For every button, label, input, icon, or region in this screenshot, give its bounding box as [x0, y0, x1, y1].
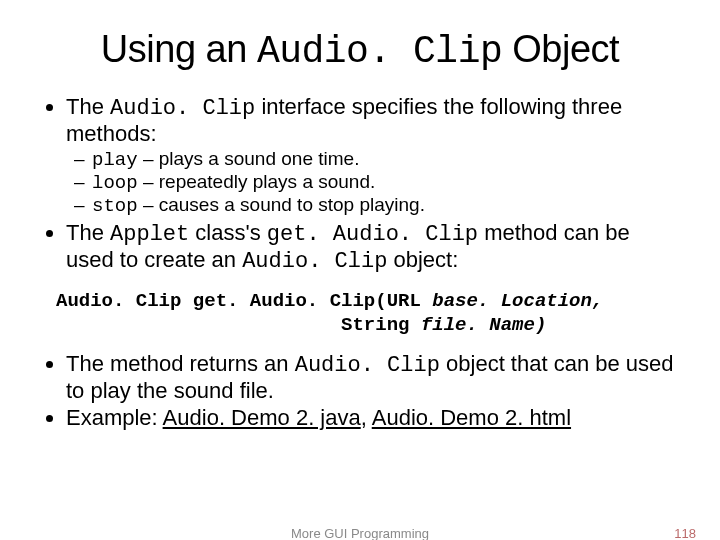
title-pre: Using an: [101, 28, 257, 70]
bullet-list: The Audio. Clip interface specifies the …: [40, 95, 680, 275]
bullet-3: The method returns an Audio. Clip object…: [66, 352, 680, 403]
method-signature: Audio. Clip get. Audio. Clip(URL base. L…: [56, 289, 680, 338]
title-code: Audio. Clip: [257, 30, 502, 73]
stop-code: stop: [92, 195, 138, 217]
method-loop: loop – repeatedly plays a sound.: [92, 171, 680, 194]
bullet-1: The Audio. Clip interface specifies the …: [66, 95, 680, 217]
b4-pre: Example:: [66, 405, 163, 430]
method-play: play – plays a sound one time.: [92, 148, 680, 171]
slide: Using an Audio. Clip Object The Audio. C…: [0, 0, 720, 540]
footer-text: More GUI Programming: [0, 526, 720, 540]
stop-desc: – causes a sound to stop playing.: [138, 194, 425, 215]
b4-sep: ,: [361, 405, 372, 430]
loop-code: loop: [92, 172, 138, 194]
loop-desc: – repeatedly plays a sound.: [138, 171, 376, 192]
method-stop: stop – causes a sound to stop playing.: [92, 194, 680, 217]
sig-l2b: file. Name): [421, 314, 546, 336]
b1-code: Audio. Clip: [110, 96, 255, 121]
method-list: play – plays a sound one time. loop – re…: [66, 148, 680, 217]
b2-code3: Audio. Clip: [242, 249, 387, 274]
page-title: Using an Audio. Clip Object: [40, 28, 680, 73]
b3-pre: The method returns an: [66, 351, 295, 376]
play-code: play: [92, 149, 138, 171]
bullet-2: The Applet class's get. Audio. Clip meth…: [66, 221, 680, 274]
bullet-4: Example: Audio. Demo 2. java, Audio. Dem…: [66, 406, 680, 431]
play-desc: – plays a sound one time.: [138, 148, 360, 169]
page-number: 118: [674, 526, 696, 540]
sig-l2a: String: [341, 314, 421, 336]
example-link-html[interactable]: Audio. Demo 2. html: [372, 405, 571, 430]
b2-mid1: class's: [189, 220, 267, 245]
example-link-java[interactable]: Audio. Demo 2. java: [163, 405, 361, 430]
bullet-list-2: The method returns an Audio. Clip object…: [40, 352, 680, 431]
sig-l1a: Audio. Clip get. Audio. Clip(URL: [56, 290, 432, 312]
b2-post: object:: [387, 247, 458, 272]
b3-code: Audio. Clip: [295, 353, 440, 378]
b2-code2: get. Audio. Clip: [267, 222, 478, 247]
b2-code1: Applet: [110, 222, 189, 247]
title-post: Object: [502, 28, 619, 70]
b2-pre: The: [66, 220, 110, 245]
sig-l1b: base. Location,: [432, 290, 603, 312]
sig-l2pad: [56, 314, 341, 336]
b1-pre: The: [66, 94, 110, 119]
